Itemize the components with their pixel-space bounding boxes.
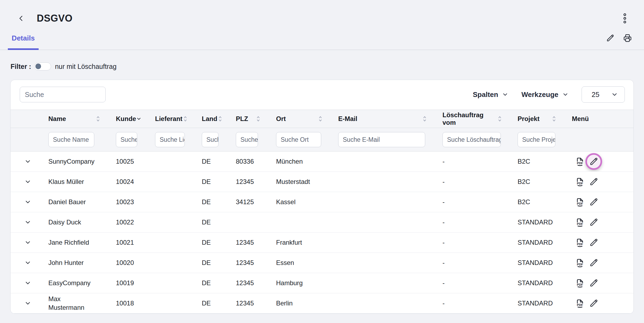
pdf-export-button[interactable]: PDF xyxy=(575,157,585,166)
row-edit-button[interactable] xyxy=(589,278,598,288)
row-expand-button[interactable] xyxy=(24,198,32,206)
chevron-down-icon xyxy=(24,239,31,246)
filter-input-loeschauftrag[interactable] xyxy=(442,132,501,147)
cell-ort: Frankfurt xyxy=(276,233,338,253)
row-expand-button[interactable] xyxy=(24,259,32,267)
pdf-export-button[interactable]: PDF xyxy=(575,177,585,187)
cell-land: DE xyxy=(202,293,236,314)
cell-menu: PDF xyxy=(572,152,633,172)
table-row: EasyCompany 10019 DE 12345 Hamburg - STA… xyxy=(11,273,633,293)
pdf-file-icon: PDF xyxy=(575,298,585,308)
sort-icon xyxy=(317,115,323,123)
table-body: SunnyCompany 10025 DE 80336 München - B2… xyxy=(11,152,633,314)
cell-loeschauftrag-vom: - xyxy=(442,212,518,233)
cell-projekt: B2C xyxy=(518,172,572,192)
column-label: Projekt xyxy=(518,115,539,123)
pdf-file-icon: PDF xyxy=(575,278,585,288)
filter-input-ort[interactable] xyxy=(276,132,321,147)
cell-kunde: 10018 xyxy=(116,293,155,314)
row-edit-button[interactable] xyxy=(589,258,598,267)
filter-input-lieferant[interactable] xyxy=(155,132,185,147)
cell-lieferant xyxy=(155,253,202,273)
cell-land: DE xyxy=(202,233,236,253)
pdf-export-button[interactable]: PDF xyxy=(575,217,585,227)
cell-projekt: B2C xyxy=(518,152,572,172)
cell-lieferant xyxy=(155,192,202,212)
filter-input-name[interactable] xyxy=(48,132,94,147)
row-edit-button[interactable] xyxy=(589,177,598,186)
cell-email xyxy=(338,253,442,273)
top-header: DSGVO xyxy=(0,0,644,25)
toggle-label: nur mit Löschauftrag xyxy=(55,63,116,70)
filter-input-projekt[interactable] xyxy=(518,132,555,147)
cell-menu: PDF xyxy=(572,293,633,314)
printer-icon xyxy=(623,33,632,43)
cell-email xyxy=(338,233,442,253)
cell-projekt: STANDARD xyxy=(518,233,572,253)
row-expand-button[interactable] xyxy=(24,300,32,307)
chevron-down-icon xyxy=(24,178,31,185)
columns-dropdown-button[interactable]: Spalten xyxy=(473,90,508,99)
column-header-land[interactable]: Land xyxy=(202,115,236,123)
svg-text:PDF: PDF xyxy=(577,222,583,226)
column-header-email[interactable]: E-Mail xyxy=(338,115,442,123)
column-header-name[interactable]: Name xyxy=(48,115,116,123)
cell-loeschauftrag-vom: - xyxy=(442,192,518,212)
filter-input-plz[interactable] xyxy=(236,132,258,147)
cell-ort: Hamburg xyxy=(276,273,338,293)
row-edit-button[interactable] xyxy=(589,157,598,166)
cell-plz: 12345 xyxy=(236,273,276,293)
pdf-export-button[interactable]: PDF xyxy=(575,238,585,247)
overflow-menu-button[interactable] xyxy=(621,13,628,24)
cell-projekt: STANDARD xyxy=(518,212,572,233)
tools-dropdown-button[interactable]: Werkzeuge xyxy=(521,90,569,99)
column-header-projekt[interactable]: Projekt xyxy=(518,115,572,123)
pdf-export-button[interactable]: PDF xyxy=(575,278,585,288)
pdf-file-icon: PDF xyxy=(575,217,585,227)
row-edit-button[interactable] xyxy=(589,238,598,247)
column-header-plz[interactable]: PLZ xyxy=(236,115,276,123)
row-edit-button[interactable] xyxy=(589,218,598,227)
page-size-select[interactable]: 25 xyxy=(582,86,625,103)
row-expand-button[interactable] xyxy=(24,178,32,186)
pdf-export-button[interactable]: PDF xyxy=(575,197,585,207)
filter-input-land[interactable] xyxy=(202,132,219,147)
row-expand-button[interactable] xyxy=(24,239,32,246)
cell-kunde: 10021 xyxy=(116,233,155,253)
cell-plz: 12345 xyxy=(236,172,276,192)
table-row: Daisy Duck 10022 DE - STANDARD PDF xyxy=(11,212,633,233)
back-button[interactable] xyxy=(17,15,25,22)
column-header-ort[interactable]: Ort xyxy=(276,115,338,123)
print-button[interactable] xyxy=(623,33,632,43)
edit-button[interactable] xyxy=(606,33,615,43)
row-expand-button[interactable] xyxy=(24,218,32,226)
edit-ring xyxy=(585,173,602,190)
cell-lieferant xyxy=(155,273,202,293)
column-header-kunde[interactable]: Kunde xyxy=(116,115,155,123)
row-edit-button[interactable] xyxy=(589,197,598,207)
table-card: Spalten Werkzeuge 25 xyxy=(10,80,634,314)
column-label: Land xyxy=(202,115,217,123)
search-input[interactable] xyxy=(20,87,106,102)
pdf-export-button[interactable]: PDF xyxy=(575,258,585,268)
filter-input-kunde[interactable] xyxy=(116,132,137,147)
pdf-export-button[interactable]: PDF xyxy=(575,298,585,308)
row-expand-button[interactable] xyxy=(24,279,32,287)
cell-ort: Berlin xyxy=(276,293,338,314)
row-expand-button[interactable] xyxy=(24,158,32,165)
cell-projekt: STANDARD xyxy=(518,253,572,273)
column-header-expander xyxy=(11,110,48,128)
row-edit-button[interactable] xyxy=(589,299,598,308)
table-row: Daniel Bauer 10023 DE 34125 Kassel - B2C… xyxy=(11,192,633,212)
column-header-loeschauftrag[interactable]: Löschauftrag vom xyxy=(442,111,518,126)
loeschauftrag-toggle[interactable] xyxy=(34,62,51,70)
table-row: Max Mustermann 10018 DE 12345 Berlin - S… xyxy=(11,293,633,314)
filter-input-email[interactable] xyxy=(338,132,425,147)
column-header-lieferant[interactable]: Lieferant xyxy=(155,115,202,123)
cell-email xyxy=(338,212,442,233)
tools-dropdown-label: Werkzeuge xyxy=(521,90,558,99)
pencil-icon xyxy=(589,157,598,166)
tab-details[interactable]: Details xyxy=(8,34,39,50)
column-filter-row xyxy=(11,128,633,152)
cell-kunde: 10025 xyxy=(116,152,155,172)
